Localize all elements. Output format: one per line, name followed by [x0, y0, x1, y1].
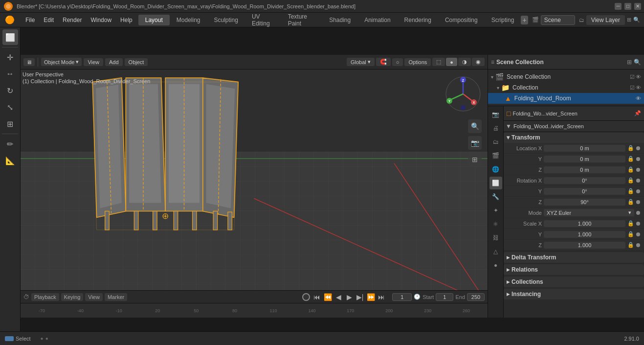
scale-y-lock[interactable]: 🔒 — [627, 231, 634, 237]
tab-scripting[interactable]: Scripting — [485, 15, 521, 25]
add-workspace-button[interactable]: + — [521, 16, 528, 24]
scene-name-input[interactable] — [541, 15, 575, 25]
location-y-dot[interactable] — [636, 157, 640, 161]
solid-shading[interactable]: ● — [446, 58, 457, 66]
prop-tab-physics[interactable]: ⚛ — [489, 218, 502, 230]
delta-transform-header[interactable]: ▸ Delta Transform — [504, 252, 644, 263]
viewport-view-menu[interactable]: View — [84, 58, 103, 66]
folding-wood-eye[interactable]: 👁 — [636, 95, 641, 101]
folding-wood-collection-row[interactable]: ▲ Folding_Wood_Room 👁 — [488, 93, 644, 104]
collection-eye[interactable]: 👁 — [636, 85, 641, 91]
search-outliner-icon[interactable]: 🔍 — [634, 59, 641, 66]
collection-checkbox[interactable]: ☑ — [630, 85, 635, 91]
prop-tab-data[interactable]: △ — [489, 245, 502, 258]
prop-tab-modifier[interactable]: 🔧 — [489, 190, 502, 203]
rotation-y-lock[interactable]: 🔒 — [627, 188, 634, 194]
prop-tab-material[interactable]: ● — [489, 259, 502, 272]
prev-keyframe-button[interactable]: ◀ — [333, 292, 343, 302]
viewport-add-menu[interactable]: Add — [105, 58, 123, 66]
menu-window[interactable]: Window — [87, 15, 115, 25]
relations-header[interactable]: ▸ Relations — [504, 264, 644, 275]
location-x-lock[interactable]: 🔒 — [627, 145, 634, 151]
collection-row[interactable]: ▾ 📁 Collection ☑ 👁 — [488, 82, 644, 93]
prop-tab-world[interactable]: 🌐 — [489, 163, 502, 176]
camera-view-button[interactable]: 📷 — [468, 136, 482, 150]
tab-modeling[interactable]: Modeling — [170, 15, 207, 25]
rotation-y-dot[interactable] — [636, 189, 640, 193]
start-frame-input[interactable] — [436, 293, 453, 301]
scale-x-lock[interactable]: 🔒 — [627, 220, 634, 227]
rotation-z-value[interactable]: 90° — [544, 199, 625, 206]
rotation-z-dot[interactable] — [636, 200, 640, 204]
tab-sculpting[interactable]: Sculpting — [207, 15, 245, 25]
rotation-z-lock[interactable]: 🔒 — [627, 199, 634, 205]
collections-property-header[interactable]: ▸ Collections — [504, 276, 644, 287]
marker-menu[interactable]: Marker — [105, 293, 127, 301]
tool-move[interactable]: ↔ — [2, 66, 18, 82]
menu-file[interactable]: File — [22, 15, 39, 25]
tool-transform[interactable]: ⊞ — [2, 116, 18, 132]
search-icon-header[interactable]: 🔍 — [633, 17, 640, 23]
location-z-dot[interactable] — [636, 168, 640, 172]
tab-uv-editing[interactable]: UV Editing — [245, 11, 281, 29]
scene-collection-root[interactable]: ▾ 🎬 Scene Collection ☑ 👁 — [488, 71, 644, 82]
rotation-y-value[interactable]: 0° — [544, 188, 625, 195]
overlay-global-dropdown[interactable]: Global ▾ — [347, 58, 375, 66]
tab-layout[interactable]: Layout — [138, 15, 170, 25]
mode-dot[interactable] — [636, 211, 640, 215]
options-button[interactable]: Options — [404, 58, 431, 66]
location-y-value[interactable]: 0 m — [544, 156, 625, 162]
close-button[interactable]: ✕ — [634, 3, 641, 10]
next-frame-button[interactable]: ⏩ — [366, 292, 376, 302]
rotation-x-value[interactable]: 0° — [544, 177, 625, 184]
menu-render[interactable]: Render — [59, 15, 86, 25]
filter-icon[interactable]: ⊞ — [627, 17, 631, 23]
keying-menu[interactable]: Keying — [61, 293, 84, 301]
jump-end-button[interactable]: ⏭ — [377, 292, 386, 302]
current-frame-input[interactable] — [392, 293, 412, 301]
location-x-value[interactable]: 0 m — [544, 145, 625, 152]
rendered-shading[interactable]: ◉ — [472, 58, 485, 66]
scale-y-value[interactable]: 1.000 — [544, 231, 625, 238]
rotation-x-lock[interactable]: 🔒 — [627, 177, 634, 184]
play-button[interactable]: ▶ — [344, 292, 354, 302]
playback-menu[interactable]: Playback — [31, 293, 59, 301]
prev-frame-button[interactable]: ⏪ — [323, 292, 333, 302]
rotation-x-dot[interactable] — [636, 179, 640, 183]
record-button[interactable] — [302, 293, 310, 301]
tool-measure[interactable]: 📐 — [2, 153, 18, 168]
tool-cursor[interactable]: ✛ — [2, 49, 18, 65]
zoom-in-button[interactable]: 🔍 — [468, 119, 482, 133]
jump-start-button[interactable]: ⏮ — [312, 292, 322, 302]
prop-tab-render[interactable]: 📷 — [489, 108, 502, 121]
scale-z-lock[interactable]: 🔒 — [627, 242, 634, 248]
tool-rotate[interactable]: ↻ — [2, 83, 18, 98]
material-shading[interactable]: ◑ — [458, 58, 471, 66]
viewport-object-menu[interactable]: Object — [125, 58, 148, 66]
tab-shading[interactable]: Shading — [322, 15, 357, 25]
end-frame-input[interactable] — [467, 293, 485, 301]
proportional-edit-button[interactable]: ○ — [392, 58, 403, 66]
menu-edit[interactable]: Edit — [40, 15, 58, 25]
location-y-lock[interactable]: 🔒 — [627, 156, 634, 162]
pin-icon[interactable]: 📌 — [634, 110, 641, 116]
scale-x-value[interactable]: 1.000 — [544, 220, 625, 227]
transform-header[interactable]: ▾ Transform — [504, 132, 644, 143]
instancing-header[interactable]: ▸ Instancing — [504, 289, 644, 299]
prop-tab-scene[interactable]: 🎬 — [489, 149, 502, 162]
prop-tab-constraints[interactable]: ⛓ — [489, 231, 502, 244]
location-z-value[interactable]: 0 m — [544, 166, 625, 173]
tool-annotate[interactable]: ✏ — [2, 136, 18, 152]
view-layer-button[interactable]: View Layer — [586, 15, 625, 25]
editor-type-button[interactable]: 🖥 — [23, 58, 35, 66]
tab-texture-paint[interactable]: Texture Paint — [281, 11, 323, 29]
timeline-ruler[interactable]: -70 -40 -10 20 50 80 110 140 170 200 230… — [21, 303, 488, 318]
object-mode-dropdown[interactable]: Object Mode ▾ — [41, 58, 82, 66]
scale-y-dot[interactable] — [636, 232, 640, 236]
snap-button[interactable]: 🧲 — [376, 58, 391, 66]
tool-scale[interactable]: ⤡ — [2, 99, 18, 115]
prop-tab-output[interactable]: 🖨 — [489, 122, 502, 135]
minimize-button[interactable]: ─ — [615, 3, 622, 10]
scene-collection-visibility[interactable]: ☑ — [630, 74, 635, 80]
tab-compositing[interactable]: Compositing — [438, 15, 485, 25]
